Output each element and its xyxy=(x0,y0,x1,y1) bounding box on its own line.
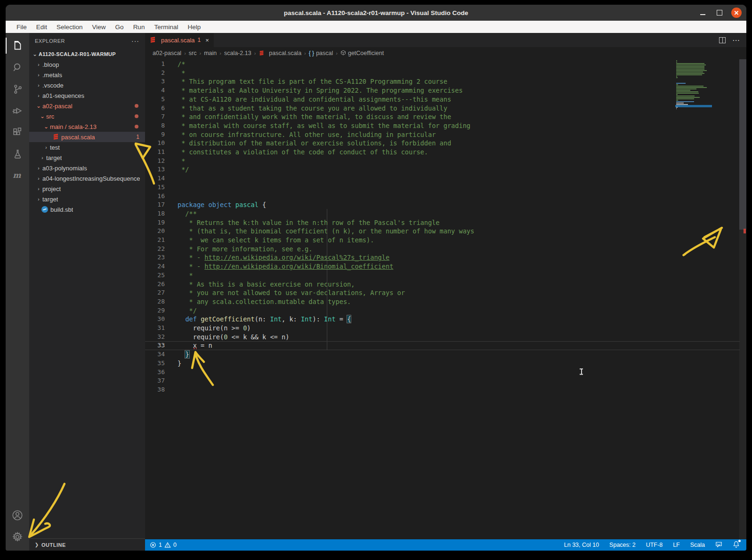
language-mode[interactable]: Scala xyxy=(690,542,705,548)
breadcrumb-item-getcoefficient[interactable]: getCoefficient xyxy=(340,50,384,57)
line-number: 6 xyxy=(145,104,165,113)
menu-item-edit[interactable]: Edit xyxy=(32,23,51,32)
breadcrumb-item-a02-pascal[interactable]: a02-pascal xyxy=(153,50,181,56)
tree-item-pascal-scala[interactable]: pascal.scala1 xyxy=(29,132,145,142)
outline-section[interactable]: ❯ OUTLINE xyxy=(29,538,145,551)
explorer-icon[interactable] xyxy=(6,35,29,56)
code-line-29: 29 */ xyxy=(145,306,746,315)
explorer-more-actions-icon[interactable]: ··· xyxy=(131,37,139,45)
notifications-bell-icon[interactable] xyxy=(733,541,740,549)
code-line-34: 34 } xyxy=(145,350,746,359)
code-line-15: 15 xyxy=(145,183,746,192)
tree-item--vscode[interactable]: ›.vscode xyxy=(29,80,145,90)
tab-bar: pascal.scala 1 × ⋯ xyxy=(145,33,746,47)
extensions-icon[interactable] xyxy=(6,121,29,143)
tree-item-label: .metals xyxy=(42,72,62,79)
run-debug-icon[interactable] xyxy=(6,100,29,121)
feedback-icon[interactable] xyxy=(715,541,722,549)
breadcrumb-separator-icon: › xyxy=(334,50,339,56)
menu-item-selection[interactable]: Selection xyxy=(52,23,87,32)
modified-dot-badge xyxy=(135,125,138,128)
tab-label: pascal.scala xyxy=(161,37,195,44)
line-number: 22 xyxy=(145,245,165,254)
line-number: 31 xyxy=(145,324,165,333)
code-editor[interactable]: 1/*2 *3 * This program text file is part… xyxy=(145,59,746,539)
title-bar[interactable]: pascal.scala - A1120-scala2-r01-warmup -… xyxy=(6,5,746,21)
scala-file-icon xyxy=(53,134,59,140)
tree-item-main-scala-2-13[interactable]: ⌄main / scala-2.13 xyxy=(29,121,145,132)
tab-close-icon[interactable]: × xyxy=(205,37,209,44)
menu-item-file[interactable]: File xyxy=(12,23,31,32)
line-number: 35 xyxy=(145,359,165,368)
minimize-button[interactable] xyxy=(697,8,708,18)
tree-item-target[interactable]: ›target xyxy=(29,152,145,163)
code-line-20: 20 * (that is, the binomial coefficient … xyxy=(145,227,746,236)
tree-root-folder[interactable]: ⌄A1120-SCALA2-R01-WARMUP xyxy=(29,49,145,59)
chevron-right-icon: › xyxy=(35,166,42,171)
settings-gear-icon[interactable] xyxy=(6,526,29,548)
breadcrumb-label: pascal xyxy=(316,50,333,56)
breadcrumb-item-pascal-scala[interactable]: pascal.scala xyxy=(259,50,301,56)
chevron-right-icon: › xyxy=(35,93,42,98)
tree-item-test[interactable]: ›test xyxy=(29,142,145,152)
account-icon[interactable] xyxy=(6,504,29,526)
breadcrumb-item-pascal[interactable]: { }pascal xyxy=(309,50,333,56)
tree-item-build-sbt[interactable]: build.sbt xyxy=(29,204,145,215)
chevron-down-icon: ⌄ xyxy=(35,103,42,109)
tree-item--metals[interactable]: ›.metals xyxy=(29,70,145,80)
source-control-icon[interactable] xyxy=(6,78,29,100)
menu-item-go[interactable]: Go xyxy=(111,23,128,32)
close-button[interactable]: ✕ xyxy=(731,8,742,18)
tree-item-a01-sequences[interactable]: ›a01-sequences xyxy=(29,90,145,101)
tree-item-src[interactable]: ⌄src xyxy=(29,111,145,121)
eol-setting[interactable]: LF xyxy=(673,542,680,548)
code-line-11: 11 * constitutes a violation of the code… xyxy=(145,148,746,157)
menu-item-help[interactable]: Help xyxy=(183,23,205,32)
tree-item-project[interactable]: ›project xyxy=(29,184,145,194)
breadcrumb-item-src[interactable]: src xyxy=(189,50,197,56)
breadcrumb-item-main[interactable]: main xyxy=(204,50,217,56)
tree-item-label: target xyxy=(46,154,62,161)
line-number: 23 xyxy=(145,253,165,262)
code-line-6: 6 * that as a student taking the course … xyxy=(145,104,746,113)
code-line-17: 17package object pascal { xyxy=(145,200,746,209)
code-line-10: 10 * distribution of the material or exe… xyxy=(145,139,746,148)
tree-item-label: target xyxy=(42,196,58,203)
search-icon[interactable] xyxy=(6,56,29,78)
problems-indicator[interactable]: 1 0 xyxy=(150,542,177,548)
line-number: 14 xyxy=(145,174,165,183)
breadcrumb-separator-icon: › xyxy=(183,50,187,56)
encoding-setting[interactable]: UTF-8 xyxy=(646,542,663,548)
cursor-position[interactable]: Ln 33, Col 10 xyxy=(564,542,599,548)
tree-item-label: a04-longestIncreasingSubsequence xyxy=(42,175,140,182)
line-number: 28 xyxy=(145,297,165,306)
metals-icon[interactable]: m xyxy=(6,165,29,186)
code-line-25: 25 * xyxy=(145,271,746,280)
indentation-setting[interactable]: Spaces: 2 xyxy=(609,542,636,548)
tree-item--bloop[interactable]: ›.bloop xyxy=(29,59,145,70)
tree-item-a04-longestincreasingsubsequence[interactable]: ›a04-longestIncreasingSubsequence xyxy=(29,173,145,184)
menu-item-terminal[interactable]: Terminal xyxy=(150,23,182,32)
test-flask-icon[interactable] xyxy=(6,143,29,165)
line-number: 3 xyxy=(145,77,165,86)
code-line-37: 37 xyxy=(145,376,746,385)
menu-item-run[interactable]: Run xyxy=(129,23,149,32)
line-number: 17 xyxy=(145,200,165,209)
menu-item-view[interactable]: View xyxy=(88,23,110,32)
line-number: 7 xyxy=(145,112,165,121)
chevron-right-icon: › xyxy=(35,83,42,88)
maximize-button[interactable] xyxy=(714,8,725,18)
split-editor-icon[interactable] xyxy=(719,37,726,43)
tree-item-target[interactable]: ›target xyxy=(29,194,145,204)
tab-pascal-scala[interactable]: pascal.scala 1 × xyxy=(145,33,214,47)
explorer-sidebar: EXPLORER ··· ⌄A1120-SCALA2-R01-WARMUP›.b… xyxy=(29,33,145,551)
tree-item-a02-pascal[interactable]: ⌄a02-pascal xyxy=(29,101,145,111)
line-number: 1 xyxy=(145,60,165,69)
code-line-14: 14 xyxy=(145,174,746,183)
breadcrumb-label: src xyxy=(189,50,197,56)
editor-more-actions-icon[interactable]: ⋯ xyxy=(732,36,740,45)
tree-item-a03-polynomials[interactable]: ›a03-polynomials xyxy=(29,163,145,173)
window-title: pascal.scala - A1120-scala2-r01-warmup -… xyxy=(284,9,469,16)
status-bar: 1 0 Ln 33, Col 10 Spaces: 2 UTF-8 LF Sca… xyxy=(145,539,746,551)
breadcrumb-item-scala-2-13[interactable]: scala-2.13 xyxy=(224,50,251,56)
